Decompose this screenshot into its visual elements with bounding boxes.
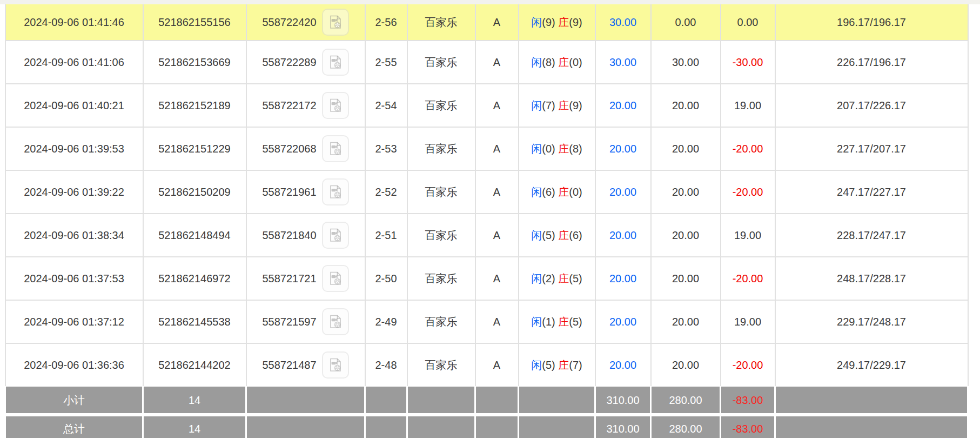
win-loss: -30.00 bbox=[721, 41, 775, 84]
game-round-id: 558722420 bbox=[262, 16, 316, 29]
win-loss: 19.00 bbox=[721, 214, 775, 257]
video-replay-button[interactable] bbox=[322, 265, 349, 292]
balance: 247.17/227.17 bbox=[775, 170, 968, 214]
win-loss: 19.00 bbox=[721, 300, 775, 343]
game-round-id-cell: 558721721 bbox=[246, 257, 365, 300]
table-row[interactable]: 2024-09-06 01:39:22521862150209558721961… bbox=[5, 170, 968, 214]
balance: 228.17/247.17 bbox=[775, 214, 968, 257]
order-id: 521862155156 bbox=[143, 4, 246, 41]
bet-amount: 20.00 bbox=[595, 300, 651, 343]
player-score: (5) bbox=[542, 359, 555, 371]
balance: 227.17/207.17 bbox=[775, 127, 968, 170]
game-result: 闲(1) 庄(5) bbox=[519, 300, 595, 343]
summary-label: 总计 bbox=[5, 415, 143, 438]
banker-label: 庄 bbox=[558, 273, 569, 284]
summary-win-loss-total: -83.00 bbox=[721, 415, 775, 438]
video-replay-button[interactable] bbox=[322, 351, 349, 379]
banker-score: (7) bbox=[569, 359, 582, 371]
player-score: (1) bbox=[542, 316, 555, 328]
summary-valid-total: 280.00 bbox=[651, 387, 721, 415]
video-replay-button[interactable] bbox=[322, 135, 349, 162]
video-file-icon bbox=[327, 357, 344, 373]
summary-bet-total: 310.00 bbox=[595, 387, 651, 415]
bet-time: 2024-09-06 01:41:06 bbox=[5, 41, 143, 84]
game-round-id: 558721961 bbox=[262, 186, 316, 198]
bet-amount: 20.00 bbox=[595, 170, 651, 214]
game-result: 闲(5) 庄(7) bbox=[519, 343, 595, 387]
banker-score: (0) bbox=[569, 186, 582, 198]
bet-amount: 20.00 bbox=[595, 257, 651, 300]
game-round-id: 558722172 bbox=[262, 99, 316, 112]
table-round: 2-53 bbox=[365, 127, 407, 170]
video-replay-button[interactable] bbox=[322, 49, 349, 76]
player-label: 闲 bbox=[531, 99, 542, 111]
game-result: 闲(0) 庄(8) bbox=[519, 127, 595, 170]
order-id: 521862145538 bbox=[143, 300, 246, 343]
game-id-wrap: 558721597 bbox=[262, 308, 348, 335]
table-row[interactable]: 2024-09-06 01:38:34521862148494558721840… bbox=[5, 214, 968, 257]
player-label: 闲 bbox=[531, 186, 542, 198]
table-row[interactable]: 2024-09-06 01:40:21521862152189558722172… bbox=[5, 84, 968, 127]
table-row[interactable]: 2024-09-06 01:41:06521862153669558722289… bbox=[5, 41, 968, 84]
table-code: A bbox=[475, 343, 519, 387]
bet-time: 2024-09-06 01:38:34 bbox=[5, 214, 143, 257]
game-id-wrap: 558721840 bbox=[262, 222, 348, 249]
valid-amount: 30.00 bbox=[651, 41, 721, 84]
game-result: 闲(7) 庄(9) bbox=[519, 84, 595, 127]
top-strip bbox=[0, 0, 980, 4]
player-label: 闲 bbox=[531, 359, 542, 371]
banker-label: 庄 bbox=[558, 229, 569, 241]
video-replay-button[interactable] bbox=[322, 9, 349, 36]
summary-count: 14 bbox=[143, 415, 246, 438]
bet-time: 2024-09-06 01:40:21 bbox=[5, 84, 143, 127]
banker-label: 庄 bbox=[558, 56, 569, 68]
video-replay-button[interactable] bbox=[322, 308, 349, 335]
game-round-id: 558721840 bbox=[262, 229, 316, 242]
game-round-id: 558721721 bbox=[262, 273, 316, 285]
player-score: (2) bbox=[542, 273, 555, 284]
summary-label: 小计 bbox=[5, 387, 143, 415]
bet-amount: 20.00 bbox=[595, 84, 651, 127]
summary-empty-cell bbox=[246, 415, 365, 438]
video-replay-button[interactable] bbox=[322, 222, 349, 249]
banker-score: (9) bbox=[569, 99, 582, 111]
table-row[interactable]: 2024-09-06 01:39:53521862151229558722068… bbox=[5, 127, 968, 170]
order-id: 521862146972 bbox=[143, 257, 246, 300]
game-round-id: 558721597 bbox=[262, 316, 316, 328]
table-round: 2-50 bbox=[365, 257, 407, 300]
table-row[interactable]: 2024-09-06 01:41:46521862155156558722420… bbox=[5, 4, 968, 41]
bet-time: 2024-09-06 01:39:53 bbox=[5, 127, 143, 170]
summary-empty-cell bbox=[475, 387, 519, 415]
summary-count: 14 bbox=[143, 387, 246, 415]
table-code: A bbox=[475, 127, 519, 170]
bet-amount: 20.00 bbox=[595, 343, 651, 387]
video-file-icon bbox=[327, 184, 344, 200]
table-row[interactable]: 2024-09-06 01:37:53521862146972558721721… bbox=[5, 257, 968, 300]
game-name: 百家乐 bbox=[407, 84, 475, 127]
video-replay-button[interactable] bbox=[322, 178, 349, 205]
table-code: A bbox=[475, 300, 519, 343]
summary-empty-cell bbox=[775, 415, 968, 438]
game-name: 百家乐 bbox=[407, 41, 475, 84]
player-label: 闲 bbox=[531, 229, 542, 241]
player-label: 闲 bbox=[531, 56, 542, 68]
game-round-id-cell: 558722289 bbox=[246, 41, 365, 84]
game-round-id-cell: 558722068 bbox=[246, 127, 365, 170]
game-name: 百家乐 bbox=[407, 343, 475, 387]
table-row[interactable]: 2024-09-06 01:36:36521862144202558721487… bbox=[5, 343, 968, 387]
game-round-id-cell: 558721961 bbox=[246, 170, 365, 214]
balance: 196.17/196.17 bbox=[775, 4, 968, 41]
game-result: 闲(2) 庄(5) bbox=[519, 257, 595, 300]
game-round-id-cell: 558722172 bbox=[246, 84, 365, 127]
table-row[interactable]: 2024-09-06 01:37:12521862145538558721597… bbox=[5, 300, 968, 343]
player-score: (9) bbox=[542, 16, 555, 28]
summary-empty-cell bbox=[475, 415, 519, 438]
game-name: 百家乐 bbox=[407, 257, 475, 300]
win-loss: -20.00 bbox=[721, 127, 775, 170]
game-name: 百家乐 bbox=[407, 127, 475, 170]
banker-score: (5) bbox=[569, 273, 582, 284]
video-replay-button[interactable] bbox=[322, 92, 349, 119]
bet-time: 2024-09-06 01:36:36 bbox=[5, 343, 143, 387]
valid-amount: 20.00 bbox=[651, 300, 721, 343]
video-file-icon bbox=[327, 314, 344, 330]
